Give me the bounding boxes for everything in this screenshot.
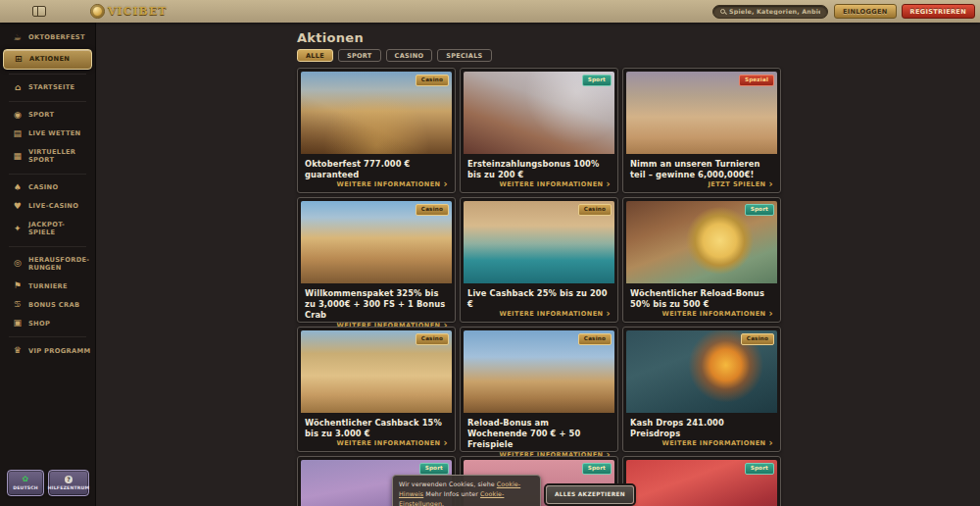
filter-tab[interactable]: ALLE [297, 49, 333, 62]
sidebar-item[interactable]: ♠ CASINO [0, 178, 95, 197]
filter-tab[interactable]: SPECIALS [437, 49, 491, 62]
sidebar-item[interactable]: ♛ VIP PROGRAMM [0, 341, 95, 360]
promo-card-cta-label: WEITERE INFORMATIONEN [500, 310, 604, 318]
promo-card-title: Reload-Bonus am Wochenende 700 € + 50 Fr… [467, 418, 611, 451]
sidebar-item-label: SPORT [28, 111, 54, 119]
logo-text: VICIBET [108, 5, 167, 18]
sidebar-item[interactable]: ▤ LIVE WETTEN [0, 125, 95, 143]
promo-card-cta-label: WEITERE INFORMATIONEN [662, 310, 766, 318]
login-button[interactable]: EINLOGGEN [834, 4, 897, 19]
bonus-crab-icon: ♋ [13, 300, 23, 309]
promo-card-title: Live Cashback 25% bis zu 200 € [467, 288, 611, 310]
promo-card-badge: Casino [578, 204, 612, 216]
chevron-right-icon: › [606, 310, 611, 318]
promo-card-body: Wöchentlicher Reload-Bonus 50% bis zu 50… [626, 283, 777, 321]
vip-icon: ♛ [13, 346, 23, 355]
search-box[interactable] [712, 5, 828, 19]
virtual-sport-icon: ▦ [13, 152, 23, 161]
promo-card-title: Oktoberfest 777.000 € guaranteed [305, 159, 448, 180]
promo-grid: Casino Oktoberfest 777.000 € guaranteed … [297, 68, 781, 506]
sidebar-item-label: SHOP [28, 320, 50, 328]
sidebar-item[interactable]: ♋ BONUS CRAB [0, 295, 95, 314]
promo-card-cta-label: WEITERE INFORMATIONEN [662, 439, 766, 447]
sidebar-item[interactable]: ▦ VIRTUELLER SPORT [0, 143, 95, 170]
sidebar-item[interactable]: ◎ HERAUSFORDE-RUNGEN [0, 251, 95, 278]
promo-card-body: Kash Drops 241.000 Preisdrops WEITERE IN… [626, 413, 777, 450]
sidebar-item[interactable]: ⊞ AKTIONEN [3, 49, 92, 70]
promo-card-badge: Casino [741, 333, 774, 345]
cookie-text-part3: . [442, 500, 444, 506]
promo-card-cta[interactable]: WEITERE INFORMATIONEN › [337, 180, 448, 189]
sidebar-item-label: VIP PROGRAMM [28, 347, 90, 355]
sidebar-item[interactable]: ⚑ TURNIERE [0, 277, 95, 295]
sidebar-item-label: HERAUSFORDE-RUNGEN [28, 256, 91, 273]
tournaments-icon: ⚑ [13, 281, 23, 290]
promo-card-cta-label: WEITERE INFORMATIONEN [337, 439, 441, 447]
live-betting-icon: ▤ [13, 129, 23, 138]
chevron-right-icon: › [606, 180, 611, 188]
sidebar-toggle-icon[interactable] [32, 6, 46, 17]
promo-card[interactable]: Casino Willkommenspaket 325% bis zu 3,00… [297, 197, 456, 323]
promo-card[interactable]: Sport Wöchentlicher Reload-Bonus 50% bis… [622, 197, 781, 323]
sidebar-item[interactable]: ◉ SPORT [0, 106, 95, 125]
sport-icon: ◉ [13, 111, 23, 120]
promo-card-cta[interactable]: JETZT SPIELEN › [708, 180, 773, 189]
promo-card[interactable]: Spezial Nimm an unseren Turnieren teil –… [622, 68, 781, 193]
promo-card-badge: Sport [582, 463, 612, 475]
promo-card[interactable]: Casino Kash Drops 241.000 Preisdrops WEI… [622, 327, 781, 452]
promo-card[interactable]: Casino Oktoberfest 777.000 € guaranteed … [297, 68, 456, 193]
sidebar-item-label: STARTSEITE [28, 83, 74, 91]
logo[interactable]: VICIBET [90, 4, 167, 19]
cookie-text-part1: Wir verwenden Cookies, siehe [399, 481, 495, 487]
filter-tab[interactable]: SPORT [338, 49, 381, 62]
promo-card-cta[interactable]: WEITERE INFORMATIONEN › [662, 310, 773, 319]
sidebar-item[interactable]: ☕ OKTOBERFEST [0, 28, 95, 47]
language-icon: ✿ [23, 476, 29, 483]
sidebar-item-label: OKTOBERFEST [28, 33, 85, 41]
promo-card-title: Nimm an unseren Turnieren teil – gewinne… [630, 159, 773, 180]
sidebar-item[interactable]: ⌂ STARTSEITE [0, 78, 95, 97]
filter-tabs: ALLE SPORT CASINO SPECIALS [297, 49, 781, 62]
promo-card-cta[interactable]: WEITERE INFORMATIONEN › [500, 310, 611, 319]
sidebar-divider [9, 74, 86, 75]
accept-cookies-button[interactable]: ALLES AKZEPTIEREN [546, 485, 634, 504]
promo-card[interactable]: Casino Live Cashback 25% bis zu 200 € WE… [460, 197, 618, 323]
promo-card-badge: Sport [582, 75, 612, 86]
language-button[interactable]: ✿ DEUTSCH [7, 470, 44, 496]
promo-card-badge: Casino [578, 333, 612, 345]
sidebar-item[interactable]: ▣ SHOP [0, 314, 95, 332]
chevron-right-icon: › [443, 439, 448, 447]
promo-card-title: Wöchentlicher Cashback 15% bis zu 3.000 … [305, 418, 448, 439]
promo-card-body: Wöchentlicher Cashback 15% bis zu 3.000 … [301, 413, 452, 450]
promo-card-cta[interactable]: WEITERE INFORMATIONEN › [337, 439, 448, 448]
promo-card-title: Ersteinzahlungsbonus 100% bis zu 200 € [467, 159, 611, 180]
sidebar-item-label: LIVE-CASINO [28, 202, 78, 210]
promo-card[interactable]: Sport › [622, 456, 781, 506]
cookie-text-part2: Mehr Infos unter [425, 490, 478, 497]
chevron-right-icon: › [768, 180, 773, 188]
logo-emblem-icon [90, 4, 105, 19]
promo-card[interactable]: Casino Wöchentlicher Cashback 15% bis zu… [297, 327, 456, 452]
promo-card-cta[interactable]: WEITERE INFORMATIONEN › [662, 439, 773, 448]
sidebar-item-label: CASINO [28, 183, 58, 191]
filter-tab[interactable]: CASINO [386, 49, 433, 62]
promo-card-badge: Sport [419, 463, 449, 475]
language-button-label: DEUTSCH [13, 485, 38, 490]
promo-card-cta[interactable]: WEITERE INFORMATIONEN › [500, 180, 611, 189]
help-center-button[interactable]: ? HILFEZENTRUM [48, 470, 89, 496]
promo-card[interactable]: Sport Ersteinzahlungsbonus 100% bis zu 2… [460, 68, 618, 193]
search-input[interactable] [729, 8, 820, 15]
gift-icon: ⊞ [14, 55, 24, 64]
promo-card-badge: Sport [745, 204, 774, 216]
home-icon: ⌂ [13, 83, 23, 92]
live-casino-icon: ♥ [13, 202, 23, 211]
promo-card-badge: Casino [416, 75, 449, 86]
register-button[interactable]: REGISTRIEREN [902, 4, 975, 19]
challenges-icon: ◎ [13, 259, 23, 268]
search-icon [720, 9, 725, 14]
sidebar-item[interactable]: ✦ JACKPOT-SPIELE [0, 216, 95, 242]
promo-card-body: Ersteinzahlungsbonus 100% bis zu 200 € W… [464, 154, 614, 191]
promo-card[interactable]: Casino Reload-Bonus am Wochenende 700 € … [460, 327, 618, 452]
promo-card-title: Wöchentlicher Reload-Bonus 50% bis zu 50… [630, 288, 773, 310]
sidebar-item[interactable]: ♥ LIVE-CASINO [0, 197, 95, 216]
